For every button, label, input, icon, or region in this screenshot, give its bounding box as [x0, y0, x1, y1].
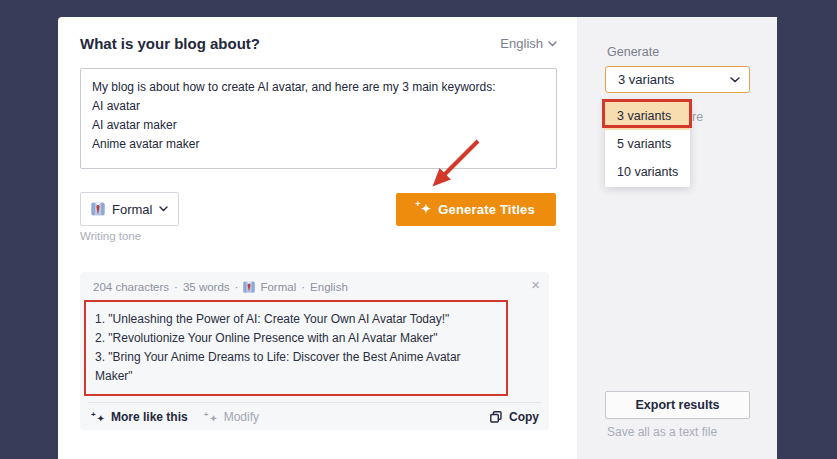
meta-separator: ·	[174, 281, 178, 293]
generate-titles-label: Generate Titles	[438, 202, 535, 217]
blog-prompt-input[interactable]: My blog is about how to create AI avatar…	[80, 68, 557, 169]
tone-caption: Writing tone	[80, 230, 141, 242]
meta-separator: ·	[235, 281, 239, 293]
tone-selector[interactable]: Formal	[80, 192, 179, 226]
chevron-down-icon	[730, 77, 739, 83]
necktie-icon	[91, 202, 105, 216]
words-count: 35 words	[183, 281, 230, 293]
copy-squares-icon	[490, 411, 502, 423]
main-panel: What is your blog about? English My blog…	[58, 17, 577, 459]
more-like-this-label: More like this	[111, 410, 188, 424]
sparkle-plus-icon	[206, 412, 217, 423]
language-selector-value: English	[500, 36, 543, 51]
modify-label: Modify	[224, 410, 259, 424]
sparkle-plus-icon	[417, 203, 430, 216]
result-card: 204 characters · 35 words · Formal · Eng…	[80, 272, 549, 430]
more-like-this-button[interactable]: More like this	[93, 410, 188, 424]
export-caption: Save all as a text file	[607, 425, 717, 439]
language-selector[interactable]: English	[500, 36, 557, 51]
result-language: English	[310, 281, 348, 293]
app-window: What is your blog about? English My blog…	[0, 0, 837, 459]
generated-titles-annotation-box: 1. "Unleashing the Power of AI: Create Y…	[84, 300, 508, 396]
occluded-label-fragment: re	[692, 110, 703, 124]
variants-dropdown-menu: 3 variants5 variants10 variants	[605, 101, 690, 187]
generate-section-label: Generate	[607, 45, 659, 59]
variants-select[interactable]: 3 variants	[605, 66, 750, 93]
export-results-button[interactable]: Export results	[605, 391, 750, 419]
sparkle-plus-icon	[93, 412, 104, 423]
copy-label: Copy	[509, 410, 539, 424]
necktie-icon	[243, 281, 255, 293]
variants-select-value: 3 variants	[618, 72, 674, 87]
generated-title: 2. "Revolutionize Your Online Presence w…	[95, 329, 497, 348]
characters-count: 204 characters	[93, 281, 169, 293]
copy-button[interactable]: Copy	[490, 410, 539, 424]
result-tone: Formal	[260, 281, 296, 293]
generated-title: 3. "Bring Your Anime Dreams to Life: Dis…	[95, 348, 497, 386]
card-divider	[88, 402, 541, 403]
generated-title: 1. "Unleashing the Power of AI: Create Y…	[95, 310, 497, 329]
variants-option[interactable]: 10 variants	[605, 158, 690, 186]
page-title: What is your blog about?	[80, 35, 260, 52]
variants-option[interactable]: 3 variants	[605, 102, 690, 130]
chevron-down-icon	[548, 41, 557, 47]
generate-titles-button[interactable]: Generate Titles	[396, 193, 556, 226]
variants-option[interactable]: 5 variants	[605, 130, 690, 158]
result-actions: More like this Modify Copy	[93, 406, 539, 428]
result-meta: 204 characters · 35 words · Formal · Eng…	[93, 281, 348, 293]
close-icon[interactable]: ×	[531, 276, 540, 294]
chevron-down-icon	[159, 206, 168, 212]
side-panel: Generate 3 variants re 3 variants5 varia…	[577, 17, 777, 459]
modify-button[interactable]: Modify	[206, 410, 259, 424]
meta-separator: ·	[301, 281, 305, 293]
tone-selector-value: Formal	[112, 202, 152, 217]
